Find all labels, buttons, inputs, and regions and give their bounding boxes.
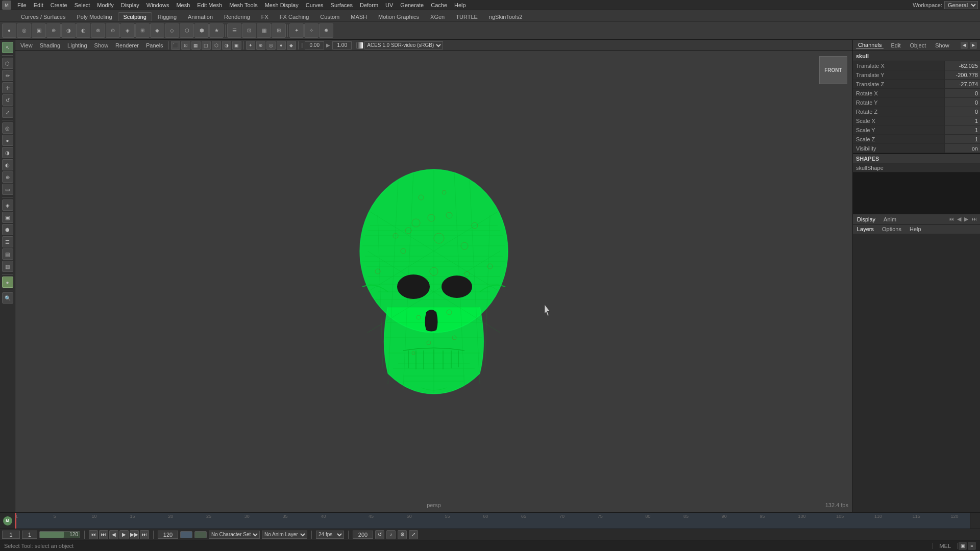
menu-modify[interactable]: Modify — [94, 0, 116, 10]
channel-rotate-y[interactable]: Rotate Y 0 — [853, 98, 980, 107]
vp-val-right[interactable] — [332, 41, 352, 49]
camera-cube[interactable]: FRONT — [819, 56, 847, 84]
layers-tab-layers[interactable]: Layers — [855, 226, 876, 232]
bt-tab-anim[interactable]: Anim — [881, 216, 898, 222]
shapes-item-skullshape[interactable]: skullShape — [853, 163, 980, 172]
vp-icon-wireframe[interactable]: ◫ — [202, 41, 211, 50]
tool-grab[interactable]: ◐ — [2, 159, 13, 170]
anim-layer-select[interactable]: No Anim Layer — [262, 531, 307, 539]
menu-edit-mesh[interactable]: Edit Mesh — [194, 0, 225, 10]
tool-flatten[interactable]: ▭ — [2, 184, 13, 195]
vp-icon-shaded[interactable]: ◑ — [222, 41, 231, 50]
shelf-icon-18[interactable]: ▦ — [257, 23, 271, 38]
vp-icon-points[interactable]: ⬡ — [212, 41, 221, 50]
menu-cache[interactable]: Cache — [428, 0, 450, 10]
vp-icon-camera-select[interactable]: ⬛ — [171, 41, 180, 50]
tool-lasso[interactable]: ⬡ — [2, 58, 13, 69]
shelf-icon-19[interactable]: ⊞ — [272, 23, 286, 38]
status-icon-2[interactable]: ≡ — [968, 542, 976, 550]
channel-scale-x[interactable]: Scale X 1 — [853, 116, 980, 126]
mel-label[interactable]: MEL — [933, 543, 958, 549]
menu-select[interactable]: Select — [71, 0, 93, 10]
vp-icon-texture[interactable]: ▣ — [232, 41, 241, 50]
channel-rotate-z[interactable]: Rotate Z 0 — [853, 107, 980, 116]
shelf-tab-curves-surfaces[interactable]: Curves / Surfaces — [15, 12, 71, 21]
shelf-icon-13[interactable]: ⬡ — [180, 23, 194, 38]
anim-layer-selector[interactable] — [194, 531, 207, 538]
bt-icon-prev[interactable]: ⏮ — [947, 216, 955, 222]
layers-tab-options[interactable]: Options — [880, 226, 903, 232]
loop-button[interactable]: ↺ — [375, 530, 384, 539]
play-first-button[interactable]: ⏮ — [89, 530, 98, 539]
shelf-icon-12[interactable]: ◇ — [165, 23, 179, 38]
tool-display2[interactable]: ⬢ — [2, 224, 13, 235]
tool-display3[interactable]: ☰ — [2, 236, 13, 247]
cb-tab-object[interactable]: Object — [908, 42, 928, 48]
fps-select[interactable]: 24 fps — [316, 531, 344, 539]
vp-icon-snap4[interactable]: ● — [277, 41, 286, 50]
vp-menu-shading[interactable]: Shading — [37, 42, 63, 48]
cb-tab-show[interactable]: Show — [933, 42, 951, 48]
menu-file[interactable]: File — [14, 0, 30, 10]
character-set-select[interactable]: No Character Set — [209, 531, 260, 539]
settings-button[interactable]: ⚙ — [398, 530, 407, 539]
channel-translate-z[interactable]: Translate Z -27.074 — [853, 80, 980, 89]
vp-icon-snap5[interactable]: ◆ — [287, 41, 296, 50]
cb-tab-channels[interactable]: Channels — [856, 42, 884, 48]
range-end-field[interactable] — [353, 531, 373, 539]
viewport-canvas[interactable]: FRONT persp 132.4 fps — [15, 51, 852, 512]
vp-menu-panels[interactable]: Panels — [143, 42, 166, 48]
viewport[interactable]: View Shading Lighting Show Renderer Pane… — [15, 40, 852, 512]
menu-uv[interactable]: UV — [382, 0, 396, 10]
shelf-icon-11[interactable]: ◆ — [150, 23, 164, 38]
shelf-tab-xgen[interactable]: XGen — [425, 12, 450, 21]
start-frame-field[interactable] — [22, 531, 37, 539]
channel-visibility[interactable]: Visibility on — [853, 144, 980, 153]
channel-rotate-x[interactable]: Rotate X 0 — [853, 89, 980, 98]
vp-icon-grid[interactable]: ▦ — [191, 41, 201, 50]
shelf-tab-turtle[interactable]: TURTLE — [450, 12, 483, 21]
bt-tab-display[interactable]: Display — [855, 216, 877, 222]
tool-display5[interactable]: ▥ — [2, 261, 13, 272]
shelf-tab-rigging[interactable]: Rigging — [152, 12, 182, 21]
shelf-icon-1[interactable]: ● — [2, 23, 16, 38]
workspace-select[interactable]: General — [944, 1, 978, 9]
cb-icon-1[interactable]: ◀ — [961, 42, 968, 49]
tool-paint[interactable]: ✏ — [2, 70, 13, 81]
step-back-button[interactable]: ◀ — [109, 530, 118, 539]
shelf-tab-fx-caching[interactable]: FX Caching — [274, 12, 314, 21]
shelf-tab-fx[interactable]: FX — [256, 12, 274, 21]
vp-icon-toggle[interactable]: ⊡ — [181, 41, 190, 50]
tool-search[interactable]: 🔍 — [2, 292, 13, 304]
vp-menu-view[interactable]: View — [17, 42, 36, 48]
channel-translate-x[interactable]: Translate X -62.025 — [853, 61, 980, 70]
shelf-tab-custom[interactable]: Custom — [314, 12, 345, 21]
shelf-tab-ngskintools[interactable]: ngSkinTools2 — [483, 12, 528, 21]
shelf-icon-4[interactable]: ⊕ — [46, 23, 61, 38]
bt-icon-next2[interactable]: ⏭ — [970, 216, 978, 222]
sound-button[interactable]: ♪ — [386, 530, 396, 539]
shelf-icon-8[interactable]: ⊙ — [106, 23, 120, 38]
shelf-icon-14[interactable]: ⬢ — [194, 23, 209, 38]
shelf-tab-motion-graphics[interactable]: Motion Graphics — [373, 12, 425, 21]
vp-menu-lighting[interactable]: Lighting — [64, 42, 90, 48]
vp-icon-snap1[interactable]: ✦ — [246, 41, 255, 50]
play-back-button[interactable]: ⏭ — [99, 530, 108, 539]
vp-val-left[interactable] — [305, 41, 324, 49]
layers-tab-help[interactable]: Help — [908, 226, 923, 232]
bt-icon-prev2[interactable]: ◀ — [956, 216, 962, 222]
timeline-ruler[interactable]: 1 5 10 15 20 25 30 35 40 45 50 55 60 65 … — [15, 513, 970, 529]
shelf-tab-animation[interactable]: Animation — [182, 12, 218, 21]
shelf-icon-21[interactable]: ✧ — [304, 23, 318, 38]
bt-icon-next[interactable]: ▶ — [963, 216, 969, 222]
color-profile-select[interactable]: ACES 1.0 SDR-video (sRGB) — [364, 41, 443, 49]
character-set-selector[interactable] — [180, 531, 192, 538]
tool-sculpt[interactable]: ● — [2, 135, 13, 146]
menu-create[interactable]: Create — [47, 0, 70, 10]
shelf-icon-2[interactable]: ◎ — [17, 23, 31, 38]
menu-edit[interactable]: Edit — [31, 0, 46, 10]
vp-icon-snap3[interactable]: ◎ — [266, 41, 276, 50]
vp-menu-renderer[interactable]: Renderer — [112, 42, 142, 48]
status-icon-1[interactable]: ▣ — [959, 542, 967, 550]
menu-display[interactable]: Display — [118, 0, 142, 10]
